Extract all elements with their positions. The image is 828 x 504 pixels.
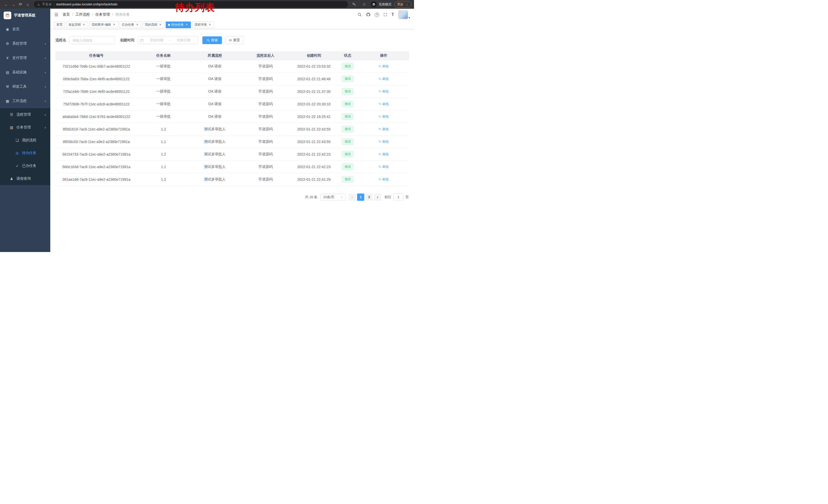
approve-action-link[interactable]: ✎ 审批	[379, 89, 389, 94]
next-page-button[interactable]: ›	[374, 193, 381, 201]
tab[interactable]: 已办任务 ×	[120, 21, 141, 28]
approve-action-link[interactable]: ✎ 审批	[379, 165, 389, 169]
incognito-badge[interactable]: 无痕模式	[371, 1, 391, 7]
browser-home-icon[interactable]: ⌂	[24, 1, 31, 8]
tab[interactable]: 发起流程 ×	[66, 21, 88, 28]
calendar-icon	[140, 39, 143, 42]
cell-initiator: 芋道源码	[240, 148, 291, 161]
cell-initiator: 芋道源码	[240, 161, 291, 173]
cell-process: OA 请假	[190, 60, 240, 73]
reset-button[interactable]: ⟳ 重置	[225, 36, 244, 44]
table-row: 8f0d1619-7ac8-11ec-a9e2-a2380e71991a 1.2…	[55, 123, 409, 135]
sidebar-item-leave-query[interactable]: ♟ 请假查询	[0, 172, 50, 185]
status-badge: 激活	[342, 126, 353, 132]
tab[interactable]: 流程详情 ×	[192, 21, 214, 28]
edit-icon: ✎	[379, 77, 381, 81]
page-number-button[interactable]: 1	[357, 193, 364, 201]
tab[interactable]: 首页	[54, 21, 65, 28]
sidebar-item-payment[interactable]: ¥ 支付管理 ∨	[0, 51, 50, 65]
approve-action-link[interactable]: ✎ 审批	[379, 64, 389, 69]
process-name-input[interactable]	[69, 36, 115, 44]
edit-icon: ✎	[379, 152, 381, 156]
approve-action-link[interactable]: ✎ 审批	[379, 102, 389, 106]
cell-create-time: 2022-01-22 21:37:30	[291, 85, 337, 98]
chevron-down-icon: ∨	[44, 57, 46, 59]
tab-close-icon[interactable]: ×	[135, 23, 139, 27]
sidebar-item-label: 请假查询	[16, 176, 31, 181]
address-bar[interactable]: ⚠ 不安全 dashboard.yudao.iocoder.cn/bpm/tas…	[34, 1, 348, 8]
cell-initiator: 芋道源码	[240, 98, 291, 110]
chevron-up-icon: ∧	[44, 126, 46, 129]
sidebar-item-infrastructure[interactable]: ▤ 基础设施 ∨	[0, 65, 50, 80]
tab-close-icon[interactable]: ×	[185, 23, 189, 27]
browser-update-button[interactable]: 更新 ⋮	[394, 1, 411, 8]
search-icon[interactable]	[358, 12, 362, 17]
approve-action-link[interactable]: ✎ 审批	[379, 139, 389, 144]
sidebar-item-process-management[interactable]: ☰ 流程管理 ∨	[0, 108, 50, 121]
tab[interactable]: 待办任务 ×	[166, 21, 191, 28]
date-range-picker[interactable]: 开始日期 - 结束日期	[137, 36, 198, 44]
bookmark-star-icon[interactable]: ☆	[361, 1, 368, 8]
tools-icon: ⚒	[5, 85, 10, 89]
sidebar-item-todo-task[interactable]: ◎ 待办任务	[0, 147, 50, 159]
fullscreen-icon[interactable]	[383, 12, 387, 17]
browser-forward-icon[interactable]: →	[10, 1, 17, 8]
cell-task-name: 1.2	[137, 123, 190, 135]
breadcrumb-item-home[interactable]: 首页	[63, 12, 70, 17]
security-warning-label: 不安全	[42, 2, 52, 7]
cell-task-name: 一级审批	[137, 60, 190, 73]
approve-action-link[interactable]: ✎ 审批	[379, 152, 389, 156]
breadcrumb-item-current: 待办任务	[115, 12, 130, 17]
tab-close-icon[interactable]: ×	[208, 23, 212, 27]
tab-close-icon[interactable]: ×	[82, 23, 86, 27]
browser-refresh-icon[interactable]: ⟳	[17, 1, 24, 8]
sidebar-item-home[interactable]: ◉ 首页	[0, 22, 50, 36]
browser-back-icon[interactable]: ←	[3, 1, 10, 8]
cell-initiator: 芋道源码	[240, 135, 291, 148]
sidebar-item-my-process[interactable]: ❏ 我的流程	[0, 134, 50, 147]
approve-action-link[interactable]: ✎ 审批	[379, 127, 389, 132]
page-number-button[interactable]: 2	[366, 193, 373, 201]
sidebar-toggle-icon[interactable]: ☰	[54, 12, 58, 17]
search-button[interactable]: 搜索	[202, 36, 222, 44]
cell-task-name: 一级审批	[137, 110, 190, 123]
avatar	[398, 10, 408, 19]
reset-button-label: 重置	[233, 38, 240, 43]
edit-icon: ✎	[379, 140, 381, 144]
approve-action-link[interactable]: ✎ 审批	[379, 114, 389, 119]
approve-action-link[interactable]: ✎ 审批	[379, 77, 389, 81]
tab[interactable]: 流程表单-编辑 ×	[89, 21, 118, 28]
cell-process: OA 请假	[190, 73, 240, 85]
sidebar-item-workflow[interactable]: ▦ 工作流程 ∧	[0, 94, 50, 108]
page-size-select[interactable]: 10条/页 ∨	[321, 193, 345, 201]
sidebar-item-devtools[interactable]: ⚒ 研发工具 ∨	[0, 80, 50, 94]
tab-close-icon[interactable]: ×	[112, 23, 116, 27]
sidebar-item-done-task[interactable]: ✓ 已办任务	[0, 159, 50, 172]
app-logo[interactable]: 芋道管理系统	[0, 9, 50, 22]
font-size-icon[interactable]: T	[391, 12, 394, 17]
edit-icon: ✎	[379, 102, 381, 106]
user-avatar-menu[interactable]: ▾	[398, 10, 410, 19]
status-badge: 激活	[342, 63, 353, 70]
goto-page-input[interactable]	[393, 193, 404, 201]
sidebar-item-label: 待办任务	[22, 151, 36, 155]
password-key-icon[interactable]	[350, 1, 358, 8]
help-icon[interactable]: ?	[375, 12, 379, 17]
breadcrumb-item-task-management[interactable]: 任务管理	[95, 12, 110, 17]
sidebar-item-task-management[interactable]: ▥ 任务管理 ∧	[0, 121, 50, 134]
status-badge: 激活	[342, 138, 353, 145]
yen-icon: ¥	[5, 56, 10, 60]
tab-close-icon[interactable]: ×	[159, 23, 162, 27]
chevron-down-icon: ∨	[44, 71, 46, 74]
prev-page-button[interactable]: ‹	[348, 193, 356, 201]
browser-menu-dots-icon[interactable]: ⋮	[405, 3, 409, 6]
app-title: 芋道管理系统	[14, 13, 35, 18]
cell-process: OA 请假	[190, 98, 240, 110]
cell-task-name: 一级审批	[137, 98, 190, 110]
breadcrumb-item-workflow[interactable]: 工作流程	[75, 12, 90, 17]
sidebar-item-system[interactable]: ⚙ 系统管理 ∨	[0, 36, 50, 51]
search-button-label: 搜索	[211, 38, 218, 43]
github-icon[interactable]	[366, 12, 371, 17]
approve-action-link[interactable]: ✎ 审批	[379, 177, 389, 182]
tab[interactable]: 我的流程 ×	[142, 21, 164, 28]
